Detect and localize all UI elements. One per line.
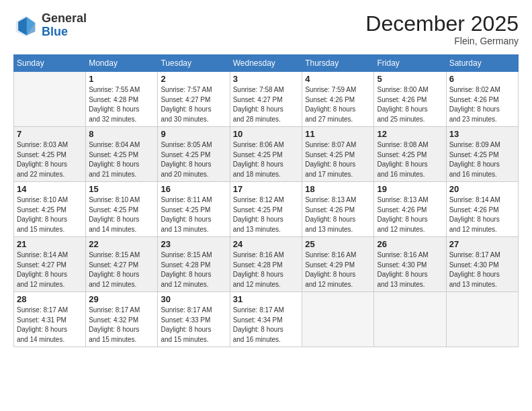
day-info: Sunrise: 8:05 AM Sunset: 4:25 PM Dayligh… bbox=[161, 140, 226, 179]
title-block: December 2025 Flein, Germany bbox=[365, 12, 519, 46]
calendar-cell: 23Sunrise: 8:15 AM Sunset: 4:28 PM Dayli… bbox=[158, 237, 230, 292]
day-info: Sunrise: 8:10 AM Sunset: 4:25 PM Dayligh… bbox=[17, 195, 83, 234]
day-number: 10 bbox=[233, 129, 300, 139]
page-header: General Blue December 2025 Flein, German… bbox=[13, 12, 519, 46]
day-info: Sunrise: 8:06 AM Sunset: 4:25 PM Dayligh… bbox=[233, 140, 300, 179]
calendar-cell: 18Sunrise: 8:13 AM Sunset: 4:26 PM Dayli… bbox=[302, 182, 374, 237]
col-sunday: Sunday bbox=[14, 55, 86, 72]
day-number: 8 bbox=[89, 129, 154, 139]
logo-line2: Blue bbox=[42, 25, 68, 38]
day-info: Sunrise: 8:03 AM Sunset: 4:25 PM Dayligh… bbox=[17, 140, 83, 179]
day-info: Sunrise: 8:15 AM Sunset: 4:28 PM Dayligh… bbox=[161, 250, 226, 289]
day-number: 16 bbox=[161, 184, 226, 194]
calendar-cell: 5Sunrise: 8:00 AM Sunset: 4:26 PM Daylig… bbox=[374, 72, 446, 127]
day-number: 20 bbox=[449, 184, 515, 194]
day-info: Sunrise: 7:55 AM Sunset: 4:28 PM Dayligh… bbox=[89, 85, 154, 124]
location: Flein, Germany bbox=[365, 36, 519, 46]
day-number: 7 bbox=[17, 129, 83, 139]
col-wednesday: Wednesday bbox=[230, 55, 302, 72]
day-info: Sunrise: 8:09 AM Sunset: 4:25 PM Dayligh… bbox=[449, 140, 515, 179]
calendar-week-row: 14Sunrise: 8:10 AM Sunset: 4:25 PM Dayli… bbox=[14, 182, 519, 237]
day-number: 13 bbox=[449, 129, 515, 139]
calendar-cell bbox=[14, 72, 86, 127]
logo-line1: General bbox=[42, 11, 87, 25]
day-number: 15 bbox=[89, 184, 154, 194]
day-info: Sunrise: 8:02 AM Sunset: 4:26 PM Dayligh… bbox=[449, 85, 515, 124]
calendar-cell: 8Sunrise: 8:04 AM Sunset: 4:25 PM Daylig… bbox=[86, 127, 158, 182]
col-saturday: Saturday bbox=[446, 55, 518, 72]
calendar-cell: 16Sunrise: 8:11 AM Sunset: 4:25 PM Dayli… bbox=[158, 182, 230, 237]
col-tuesday: Tuesday bbox=[158, 55, 230, 72]
calendar-week-row: 1Sunrise: 7:55 AM Sunset: 4:28 PM Daylig… bbox=[14, 72, 519, 127]
calendar-header-row: Sunday Monday Tuesday Wednesday Thursday… bbox=[14, 55, 519, 72]
calendar-cell: 28Sunrise: 8:17 AM Sunset: 4:31 PM Dayli… bbox=[14, 292, 86, 347]
day-info: Sunrise: 8:14 AM Sunset: 4:26 PM Dayligh… bbox=[449, 195, 515, 234]
calendar-cell bbox=[302, 292, 374, 347]
calendar-cell: 17Sunrise: 8:12 AM Sunset: 4:25 PM Dayli… bbox=[230, 182, 302, 237]
day-number: 21 bbox=[17, 239, 83, 249]
calendar-cell: 2Sunrise: 7:57 AM Sunset: 4:27 PM Daylig… bbox=[158, 72, 230, 127]
day-info: Sunrise: 8:17 AM Sunset: 4:32 PM Dayligh… bbox=[89, 306, 154, 345]
calendar-cell: 3Sunrise: 7:58 AM Sunset: 4:27 PM Daylig… bbox=[230, 72, 302, 127]
day-info: Sunrise: 8:13 AM Sunset: 4:26 PM Dayligh… bbox=[377, 195, 443, 234]
calendar-body: 1Sunrise: 7:55 AM Sunset: 4:28 PM Daylig… bbox=[14, 72, 519, 347]
day-number: 6 bbox=[449, 74, 515, 84]
day-number: 9 bbox=[161, 129, 226, 139]
calendar-cell: 11Sunrise: 8:07 AM Sunset: 4:25 PM Dayli… bbox=[302, 127, 374, 182]
day-info: Sunrise: 8:14 AM Sunset: 4:27 PM Dayligh… bbox=[17, 250, 83, 289]
day-info: Sunrise: 8:04 AM Sunset: 4:25 PM Dayligh… bbox=[89, 140, 154, 179]
col-monday: Monday bbox=[86, 55, 158, 72]
day-number: 11 bbox=[305, 129, 371, 139]
col-friday: Friday bbox=[374, 55, 446, 72]
calendar-cell: 14Sunrise: 8:10 AM Sunset: 4:25 PM Dayli… bbox=[14, 182, 86, 237]
calendar-cell: 9Sunrise: 8:05 AM Sunset: 4:25 PM Daylig… bbox=[158, 127, 230, 182]
day-number: 17 bbox=[233, 184, 300, 194]
page-container: General Blue December 2025 Flein, German… bbox=[0, 0, 532, 354]
calendar-cell: 26Sunrise: 8:16 AM Sunset: 4:30 PM Dayli… bbox=[374, 237, 446, 292]
day-info: Sunrise: 8:17 AM Sunset: 4:30 PM Dayligh… bbox=[449, 250, 515, 289]
day-number: 22 bbox=[89, 239, 154, 249]
day-number: 2 bbox=[161, 74, 226, 84]
day-info: Sunrise: 8:12 AM Sunset: 4:25 PM Dayligh… bbox=[233, 195, 300, 234]
day-info: Sunrise: 8:11 AM Sunset: 4:25 PM Dayligh… bbox=[161, 195, 226, 234]
logo-text: General Blue bbox=[42, 12, 87, 39]
logo: General Blue bbox=[13, 12, 87, 39]
calendar-cell bbox=[446, 292, 518, 347]
day-info: Sunrise: 8:15 AM Sunset: 4:27 PM Dayligh… bbox=[89, 250, 154, 289]
calendar-cell: 31Sunrise: 8:17 AM Sunset: 4:34 PM Dayli… bbox=[230, 292, 302, 347]
day-info: Sunrise: 7:59 AM Sunset: 4:26 PM Dayligh… bbox=[305, 85, 371, 124]
day-info: Sunrise: 8:16 AM Sunset: 4:30 PM Dayligh… bbox=[377, 250, 443, 289]
calendar-table: Sunday Monday Tuesday Wednesday Thursday… bbox=[13, 54, 519, 347]
calendar-cell bbox=[374, 292, 446, 347]
day-number: 4 bbox=[305, 74, 371, 84]
month-year: December 2025 bbox=[365, 12, 519, 36]
day-info: Sunrise: 7:58 AM Sunset: 4:27 PM Dayligh… bbox=[233, 85, 300, 124]
day-info: Sunrise: 8:17 AM Sunset: 4:33 PM Dayligh… bbox=[161, 306, 226, 345]
day-number: 25 bbox=[305, 239, 371, 249]
day-info: Sunrise: 7:57 AM Sunset: 4:27 PM Dayligh… bbox=[161, 85, 226, 124]
calendar-cell: 4Sunrise: 7:59 AM Sunset: 4:26 PM Daylig… bbox=[302, 72, 374, 127]
calendar-cell: 20Sunrise: 8:14 AM Sunset: 4:26 PM Dayli… bbox=[446, 182, 518, 237]
day-number: 30 bbox=[161, 294, 226, 304]
day-number: 27 bbox=[449, 239, 515, 249]
calendar-week-row: 21Sunrise: 8:14 AM Sunset: 4:27 PM Dayli… bbox=[14, 237, 519, 292]
calendar-cell: 24Sunrise: 8:16 AM Sunset: 4:28 PM Dayli… bbox=[230, 237, 302, 292]
calendar-cell: 13Sunrise: 8:09 AM Sunset: 4:25 PM Dayli… bbox=[446, 127, 518, 182]
calendar-cell: 27Sunrise: 8:17 AM Sunset: 4:30 PM Dayli… bbox=[446, 237, 518, 292]
day-number: 28 bbox=[17, 294, 83, 304]
day-info: Sunrise: 8:08 AM Sunset: 4:25 PM Dayligh… bbox=[377, 140, 443, 179]
calendar-cell: 30Sunrise: 8:17 AM Sunset: 4:33 PM Dayli… bbox=[158, 292, 230, 347]
calendar-cell: 19Sunrise: 8:13 AM Sunset: 4:26 PM Dayli… bbox=[374, 182, 446, 237]
day-info: Sunrise: 8:00 AM Sunset: 4:26 PM Dayligh… bbox=[377, 85, 443, 124]
calendar-cell: 10Sunrise: 8:06 AM Sunset: 4:25 PM Dayli… bbox=[230, 127, 302, 182]
day-number: 31 bbox=[233, 294, 300, 304]
day-info: Sunrise: 8:17 AM Sunset: 4:31 PM Dayligh… bbox=[17, 306, 83, 345]
col-thursday: Thursday bbox=[302, 55, 374, 72]
calendar-cell: 22Sunrise: 8:15 AM Sunset: 4:27 PM Dayli… bbox=[86, 237, 158, 292]
day-info: Sunrise: 8:16 AM Sunset: 4:29 PM Dayligh… bbox=[305, 250, 371, 289]
calendar-week-row: 7Sunrise: 8:03 AM Sunset: 4:25 PM Daylig… bbox=[14, 127, 519, 182]
day-number: 23 bbox=[161, 239, 226, 249]
logo-icon bbox=[13, 13, 38, 38]
day-number: 5 bbox=[377, 74, 443, 84]
day-number: 14 bbox=[17, 184, 83, 194]
